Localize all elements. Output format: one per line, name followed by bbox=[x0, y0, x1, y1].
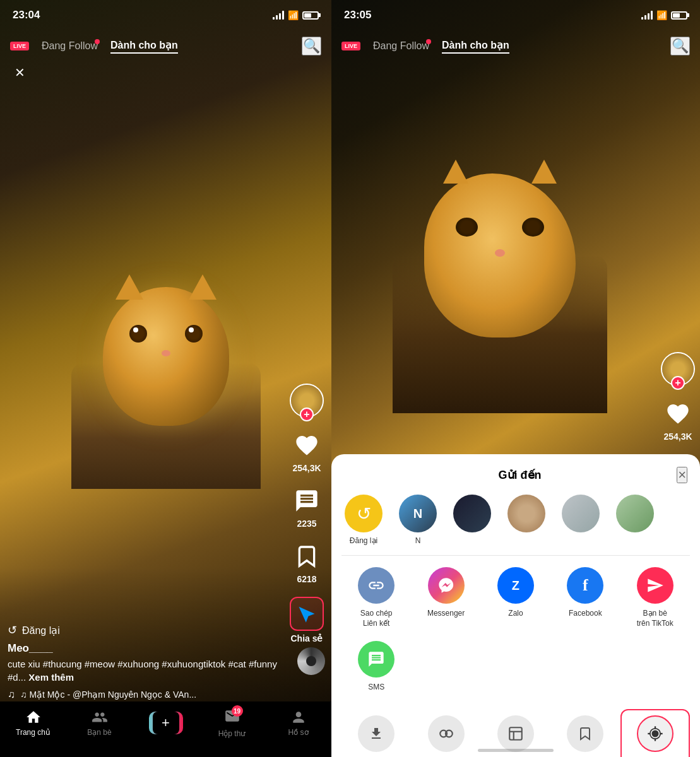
live-tab-right[interactable]: LIVE bbox=[341, 42, 360, 50]
like-button-left[interactable]: 254,3K bbox=[292, 430, 322, 473]
follow-plus-left[interactable]: + bbox=[300, 408, 314, 421]
svg-point-5 bbox=[652, 731, 658, 736]
username-left[interactable]: Meo____ bbox=[8, 642, 287, 655]
live-badge-right: LIVE bbox=[341, 42, 360, 50]
copy-link-label: Sao chépLiên kết bbox=[360, 609, 393, 628]
foryou-tab-right[interactable]: Dành cho bạn bbox=[442, 39, 509, 54]
following-tab-left[interactable]: Đang Follow bbox=[42, 40, 98, 52]
contact-4[interactable] bbox=[504, 495, 549, 545]
contact-3[interactable] bbox=[450, 495, 494, 545]
tab-home[interactable]: Trang chủ bbox=[15, 709, 52, 737]
live-tab-left[interactable]: LIVE bbox=[10, 42, 29, 50]
facebook-label: Facebook bbox=[569, 609, 602, 619]
contact-6[interactable] bbox=[613, 495, 657, 545]
cat-video-content-right bbox=[338, 50, 662, 461]
comment-button-left[interactable]: 2235 bbox=[292, 486, 322, 529]
bookmark-button-left[interactable]: 6218 bbox=[292, 541, 322, 584]
right-actions-left: + 254,3K 2235 6218 Chia sẻ bbox=[290, 384, 324, 643]
share-button-left[interactable]: Chia sẻ bbox=[290, 597, 324, 643]
modal-header: Gửi đến × bbox=[331, 454, 700, 490]
right-video-panel: 23:05 📶 LIVE Đang Follow Dà bbox=[331, 0, 700, 757]
share-option-livephoto[interactable]: Live Photo bbox=[620, 709, 690, 757]
left-video-panel: 23:04 📶 LIVE Đang Follow Dà bbox=[0, 0, 331, 757]
search-button-left[interactable]: 🔍 bbox=[302, 37, 321, 56]
tiktok-friends-label: Bạn bètrên TikTok bbox=[637, 609, 673, 628]
like-button-right[interactable]: 254,3K bbox=[663, 399, 693, 442]
share-option-zalo[interactable]: Z Zalo bbox=[481, 561, 550, 635]
share-modal: Gửi đến × ↺ Đăng lại N N bbox=[331, 454, 700, 757]
share-options-row1: Sao chépLiên kết Messenger Z Zalo f bbox=[331, 556, 700, 704]
search-button-right[interactable]: 🔍 bbox=[670, 37, 690, 56]
status-bar-right: 23:05 📶 bbox=[331, 0, 700, 30]
like-count-right: 254,3K bbox=[663, 431, 692, 442]
contact-2[interactable]: N N bbox=[396, 495, 440, 545]
tab-inbox[interactable]: 19 Hộp thư bbox=[213, 708, 251, 738]
contact-5[interactable] bbox=[559, 495, 603, 545]
messenger-label: Messenger bbox=[427, 609, 465, 619]
tab-inbox-label: Hộp thư bbox=[218, 729, 246, 738]
tab-profile-label: Hồ sơ bbox=[288, 728, 309, 737]
signal-right bbox=[641, 11, 653, 20]
modal-title: Gửi đến bbox=[499, 468, 542, 482]
caption-left: cute xiu #thucung #meow #xuhuong #xuhuon… bbox=[8, 657, 287, 684]
status-icons-left: 📶 bbox=[273, 10, 319, 20]
status-icons-right: 📶 bbox=[641, 10, 687, 20]
share-option-save[interactable]: Lưu video bbox=[341, 709, 411, 757]
signal-left bbox=[273, 11, 284, 20]
home-indicator-right bbox=[478, 749, 554, 752]
time-right: 23:05 bbox=[344, 9, 371, 21]
follow-plus-right[interactable]: + bbox=[671, 376, 685, 390]
top-nav-left: LIVE Đang Follow Dành cho bạn 🔍 bbox=[0, 30, 331, 62]
music-disc-left bbox=[297, 647, 325, 675]
share-option-facebook[interactable]: f Facebook bbox=[550, 561, 620, 635]
bookmark-count-left: 6218 bbox=[297, 574, 316, 584]
contacts-row: ↺ Đăng lại N N bbox=[331, 490, 700, 555]
creator-avatar-right[interactable]: + bbox=[661, 352, 695, 386]
sms-label: SMS bbox=[368, 683, 384, 693]
close-button-left[interactable]: ✕ bbox=[10, 63, 29, 82]
modal-close-button[interactable]: × bbox=[677, 467, 687, 483]
share-option-duet[interactable]: Duet bbox=[411, 709, 480, 757]
following-dot-left bbox=[95, 39, 100, 44]
battery-left bbox=[302, 11, 319, 20]
comment-count-left: 2235 bbox=[297, 519, 316, 529]
nav-tabs-right: LIVE Đang Follow Dành cho bạn bbox=[341, 39, 509, 54]
tab-friends[interactable]: Bạn bè bbox=[81, 709, 119, 737]
share-label-left: Chia sẻ bbox=[290, 633, 323, 643]
tab-add[interactable]: + bbox=[147, 712, 185, 734]
foryou-tab-left[interactable]: Dành cho bạn bbox=[110, 39, 178, 54]
contact-repost-label: Đăng lại bbox=[350, 536, 377, 545]
svg-rect-2 bbox=[509, 727, 522, 740]
share-option-sms[interactable]: SMS bbox=[341, 635, 411, 699]
bottom-tab-bar-left: Trang chủ Bạn bè + 19 Hộp thư Hồ sơ bbox=[0, 701, 331, 757]
nav-tabs-left: LIVE Đang Follow Dành cho bạn bbox=[10, 39, 178, 54]
wifi-icon-left: 📶 bbox=[288, 10, 299, 20]
tab-friends-label: Bạn bè bbox=[87, 728, 111, 737]
following-dot-right bbox=[426, 39, 431, 44]
live-badge-left: LIVE bbox=[10, 42, 29, 50]
time-left: 23:04 bbox=[13, 9, 40, 21]
repost-button-left[interactable]: ↺ Đăng lại bbox=[8, 623, 287, 637]
creator-avatar-left[interactable]: + bbox=[290, 384, 324, 418]
repost-label-left: Đăng lại bbox=[22, 625, 60, 637]
share-option-tiktok-friends[interactable]: Bạn bètrên TikTok bbox=[620, 561, 690, 635]
bottom-info-left: ↺ Đăng lại Meo____ cute xiu #thucung #me… bbox=[8, 623, 287, 700]
tab-profile[interactable]: Hồ sơ bbox=[280, 709, 317, 737]
share-option-bookmark[interactable]: Thêm vàoYêu thích bbox=[550, 709, 620, 757]
right-actions-right: + 254,3K bbox=[661, 352, 695, 442]
contact-repost[interactable]: ↺ Đăng lại bbox=[341, 495, 386, 545]
battery-right bbox=[671, 11, 687, 20]
music-info-left[interactable]: ♫ ♫ Mặt Mộc - @Phạm Nguyên Ngọc & VAn... bbox=[8, 689, 287, 700]
music-text-left: ♫ Mặt Mộc - @Phạm Nguyên Ngọc & VAn... bbox=[20, 690, 196, 700]
inbox-badge: 19 bbox=[232, 705, 243, 717]
like-count-left: 254,3K bbox=[292, 463, 321, 473]
see-more-left[interactable]: Xem thêm bbox=[28, 672, 74, 683]
wifi-icon-right: 📶 bbox=[656, 10, 667, 20]
status-bar-left: 23:04 📶 bbox=[0, 0, 331, 30]
following-tab-right[interactable]: Đang Follow bbox=[373, 40, 429, 52]
tab-home-label: Trang chủ bbox=[16, 728, 50, 737]
share-option-messenger[interactable]: Messenger bbox=[411, 561, 480, 635]
share-option-copy-link[interactable]: Sao chépLiên kết bbox=[341, 561, 411, 635]
top-nav-right: LIVE Đang Follow Dành cho bạn 🔍 bbox=[331, 30, 700, 62]
zalo-label: Zalo bbox=[508, 609, 523, 619]
